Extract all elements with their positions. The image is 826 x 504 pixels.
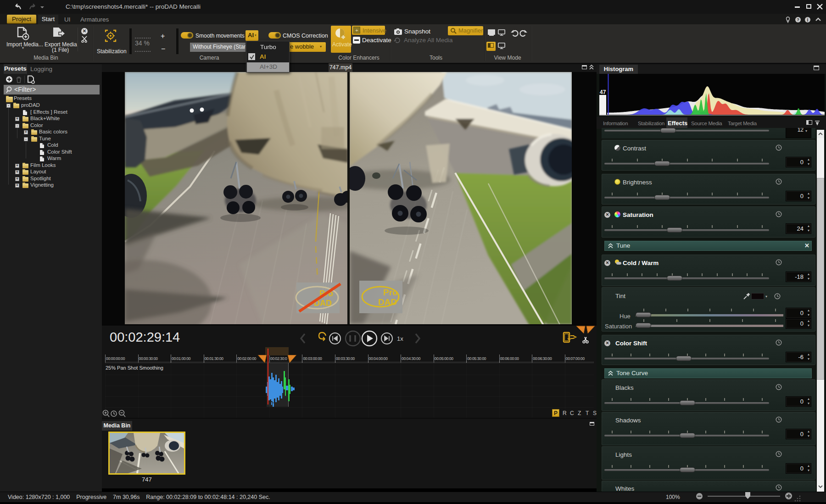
svg-text:1x: 1x	[397, 335, 403, 342]
svg-text:47: 47	[600, 89, 606, 95]
svg-text:DAD: DAD	[378, 297, 397, 307]
svg-text:?: ?	[797, 17, 799, 22]
svg-text:i: i	[807, 17, 809, 22]
svg-text:Pro: Pro	[383, 288, 398, 297]
